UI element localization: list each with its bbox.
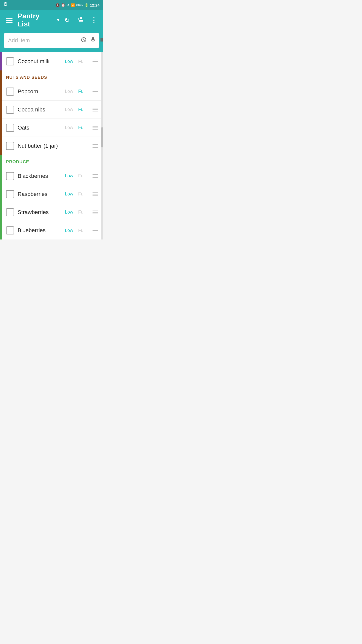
dropdown-arrow-icon[interactable]: ▾ (57, 17, 59, 23)
item-checkbox-blackberries[interactable] (6, 172, 14, 180)
status-full-cocoa-nibs[interactable]: Full (78, 107, 85, 112)
status-low-cocoa-nibs[interactable]: Low (65, 107, 73, 112)
item-name-coconut-milk: Coconut milk (18, 58, 61, 65)
status-bar: 🖼 🔇 ⏰ ↺ 📶 86% 🔋 12:24 (0, 0, 103, 10)
microphone-icon[interactable] (90, 36, 96, 45)
item-checkbox-coconut-milk[interactable] (6, 57, 14, 65)
history-icon[interactable] (80, 36, 87, 45)
item-checkbox-popcorn[interactable] (6, 88, 14, 96)
drag-handle-nut-butter[interactable] (92, 143, 99, 149)
item-checkbox-strawberries[interactable] (6, 208, 14, 216)
drag-handle-popcorn[interactable] (92, 89, 99, 94)
status-full-oats[interactable]: Full (78, 125, 85, 130)
item-name-cocoa-nibs: Cocoa nibs (18, 106, 61, 113)
status-full-blackberries[interactable]: Full (78, 173, 85, 179)
drag-handle-raspberries[interactable] (92, 191, 99, 197)
list-container: Coconut milk Low Full NUTS AND SEEDS Pop… (0, 52, 103, 239)
hamburger-menu-button[interactable] (4, 16, 15, 25)
section-produce: PRODUCE Blackberries Low Full Raspberrie… (0, 155, 103, 239)
item-checkbox-cocoa-nibs[interactable] (6, 106, 14, 114)
list-item: Strawberries Low Full (0, 203, 103, 221)
list-item: Popcorn Low Full (0, 83, 103, 101)
item-name-blueberries: Blueberries (18, 227, 61, 234)
alarm-icon: ⏰ (61, 3, 65, 7)
add-person-button[interactable] (75, 14, 85, 26)
status-low-raspberries[interactable]: Low (65, 191, 73, 197)
list-item: Nut butter (1 jar) (0, 137, 103, 155)
list-item: Oats Low Full (0, 119, 103, 137)
category-header-produce: PRODUCE (0, 155, 103, 167)
status-low-blackberries[interactable]: Low (65, 173, 73, 179)
status-full-strawberries[interactable]: Full (78, 210, 85, 215)
mute-icon: 🔇 (56, 3, 60, 7)
item-name-nut-butter: Nut butter (1 jar) (18, 143, 88, 149)
status-full-coconut-milk[interactable]: Full (78, 59, 85, 64)
item-name-oats: Oats (18, 125, 61, 131)
battery-icon: 🔋 (84, 3, 88, 7)
sync-icon: ↺ (67, 3, 69, 7)
item-name-raspberries: Raspberries (18, 191, 61, 197)
status-low-strawberries[interactable]: Low (65, 210, 73, 215)
app-bar: Pantry List ▾ ↻ ⋮ (0, 10, 103, 30)
status-full-popcorn[interactable]: Full (78, 89, 85, 94)
drag-handle-blackberries[interactable] (92, 173, 99, 179)
item-checkbox-raspberries[interactable] (6, 190, 14, 198)
battery-percent: 86% (76, 3, 83, 7)
status-full-blueberries[interactable]: Full (78, 228, 85, 233)
section-previous: Coconut milk Low Full (0, 52, 103, 70)
list-item: Blueberries Low Full (0, 221, 103, 239)
add-item-input[interactable] (8, 37, 77, 44)
list-item: Raspberries Low Full (0, 185, 103, 203)
item-name-popcorn: Popcorn (18, 88, 61, 95)
item-name-strawberries: Strawberries (18, 209, 61, 216)
photo-icon: 🖼 (4, 2, 8, 6)
scrollbar-thumb[interactable] (101, 127, 103, 147)
list-item: Coconut milk Low Full (0, 52, 103, 70)
refresh-button[interactable]: ↻ (62, 14, 72, 26)
barcode-icon[interactable] (99, 36, 103, 45)
status-full-raspberries[interactable]: Full (78, 191, 85, 197)
drag-handle-oats[interactable] (92, 125, 99, 131)
search-box (4, 33, 99, 48)
status-low-blueberries[interactable]: Low (65, 228, 73, 233)
drag-handle-coconut-milk[interactable] (92, 59, 99, 64)
clock-display: 12:24 (90, 3, 100, 7)
scrollbar-track (101, 52, 103, 239)
item-name-blackberries: Blackberries (18, 173, 61, 179)
status-low-popcorn[interactable]: Low (65, 89, 73, 94)
item-checkbox-oats[interactable] (6, 124, 14, 132)
signal-icon: 📶 (71, 3, 75, 7)
item-checkbox-blueberries[interactable] (6, 226, 14, 234)
list-item: Blackberries Low Full (0, 167, 103, 185)
search-container (0, 30, 103, 52)
drag-handle-strawberries[interactable] (92, 210, 99, 215)
item-checkbox-nut-butter[interactable] (6, 142, 14, 150)
category-header-nuts-and-seeds: NUTS AND SEEDS (0, 70, 103, 83)
status-low-oats[interactable]: Low (65, 125, 73, 130)
drag-handle-blueberries[interactable] (92, 228, 99, 233)
status-low-coconut-milk[interactable]: Low (65, 59, 73, 64)
app-title: Pantry List (18, 12, 53, 28)
drag-handle-cocoa-nibs[interactable] (92, 107, 99, 112)
section-nuts-and-seeds: NUTS AND SEEDS Popcorn Low Full Cocoa ni… (0, 70, 103, 155)
more-options-button[interactable]: ⋮ (88, 14, 99, 26)
list-item: Cocoa nibs Low Full (0, 101, 103, 119)
